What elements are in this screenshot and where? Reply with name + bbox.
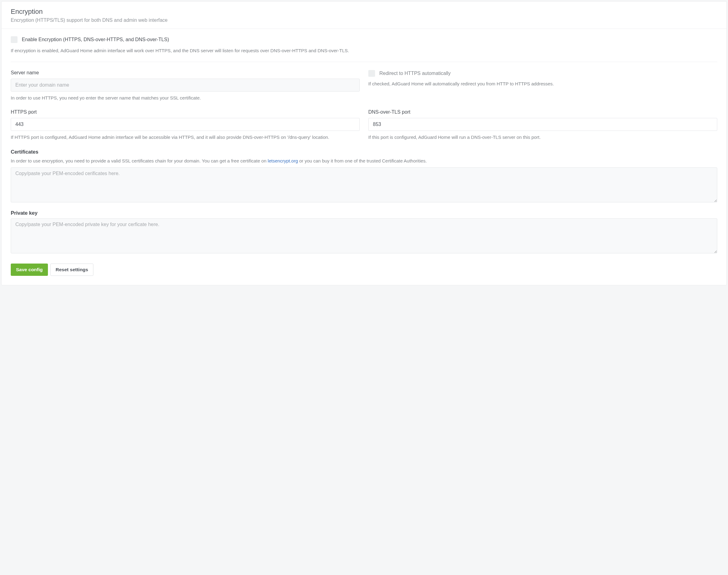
dot-port-group: DNS-over-TLS port If this port is config… (368, 109, 717, 141)
redirect-help: If checked, AdGuard Home will automatica… (368, 80, 717, 88)
dot-port-input[interactable] (368, 118, 717, 131)
redirect-label: Redirect to HTTPS automatically (379, 71, 451, 76)
server-name-help: In order to use HTTPS, you need yo enter… (11, 95, 360, 102)
certificates-desc-pre: In order to use encryption, you need to … (11, 158, 268, 163)
certificates-desc: In order to use encryption, you need to … (11, 157, 717, 164)
redirect-checkbox[interactable] (368, 70, 375, 77)
certificates-section: Certificates In order to use encryption,… (11, 149, 717, 203)
page-title: Encryption (11, 8, 717, 16)
enable-encryption-label: Enable Encryption (HTTPS, DNS-over-HTTPS… (22, 37, 169, 42)
certificates-textarea[interactable] (11, 167, 717, 202)
page-subtitle: Encryption (HTTPS/TLS) support for both … (11, 18, 717, 23)
certificates-title: Certificates (11, 149, 717, 155)
button-row: Save config Reset settings (11, 264, 717, 276)
row-servername-redirect: Server name In order to use HTTPS, you n… (11, 70, 717, 102)
private-key-title: Private key (11, 210, 717, 216)
private-key-section: Private key (11, 210, 717, 254)
reset-settings-button[interactable]: Reset settings (50, 264, 93, 276)
server-name-group: Server name In order to use HTTPS, you n… (11, 70, 360, 102)
dot-port-help: If this port is configured, AdGuard Home… (368, 134, 717, 141)
server-name-label: Server name (11, 70, 360, 75)
redirect-group: Redirect to HTTPS automatically If check… (368, 70, 717, 102)
server-name-input[interactable] (11, 79, 360, 92)
https-port-help: If HTTPS port is configured, AdGuard Hom… (11, 134, 360, 141)
card-header: Encryption Encryption (HTTPS/TLS) suppor… (2, 2, 726, 29)
letsencrypt-link[interactable]: letsencrypt.org (268, 158, 298, 163)
divider (11, 62, 717, 62)
enable-encryption-row: Enable Encryption (HTTPS, DNS-over-HTTPS… (11, 36, 717, 43)
https-port-group: HTTPS port If HTTPS port is configured, … (11, 109, 360, 141)
https-port-label: HTTPS port (11, 109, 360, 115)
encryption-card: Encryption Encryption (HTTPS/TLS) suppor… (1, 1, 727, 285)
dot-port-label: DNS-over-TLS port (368, 109, 717, 115)
https-port-input[interactable] (11, 118, 360, 131)
certificates-desc-post: or you can buy it from one of the truste… (298, 158, 427, 163)
row-ports: HTTPS port If HTTPS port is configured, … (11, 109, 717, 141)
card-body: Enable Encryption (HTTPS, DNS-over-HTTPS… (2, 29, 726, 285)
enable-encryption-help: If encryption is enabled, AdGuard Home a… (11, 47, 717, 54)
save-config-button[interactable]: Save config (11, 264, 48, 276)
enable-encryption-checkbox[interactable] (11, 36, 18, 43)
private-key-textarea[interactable] (11, 218, 717, 253)
